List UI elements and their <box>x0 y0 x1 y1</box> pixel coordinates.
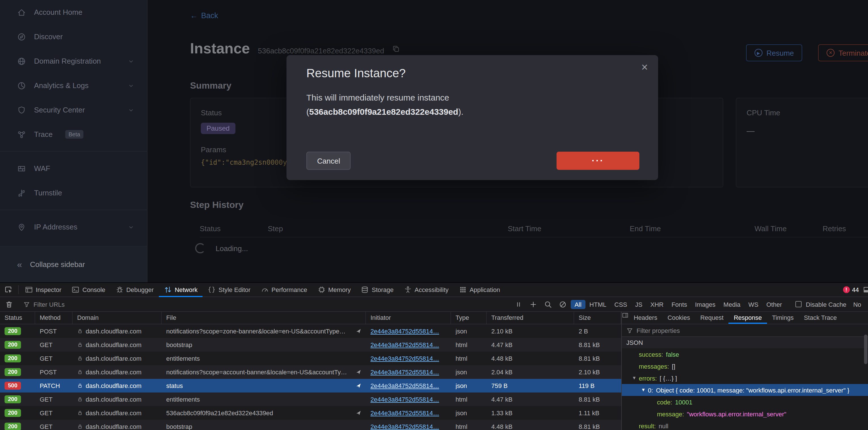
cancel-button[interactable]: Cancel <box>306 152 351 170</box>
tab-memory[interactable]: Memory <box>312 283 356 296</box>
sidebar-item-ip-addresses[interactable]: IP Addresses <box>0 215 147 239</box>
throttling-dropdown[interactable]: No <box>853 301 861 308</box>
column-header-file[interactable]: File <box>162 312 366 324</box>
filter-pill-ws[interactable]: WS <box>744 299 762 309</box>
network-request-row[interactable]: 200POSTdash.cloudflare.comnotifications?… <box>0 324 621 338</box>
copy-icon[interactable] <box>392 45 400 53</box>
filter-pill-all[interactable]: All <box>570 299 585 309</box>
tab-console[interactable]: Console <box>67 283 111 296</box>
json-node-messages[interactable]: messages:[] <box>622 360 868 372</box>
details-tab-request[interactable]: Request <box>695 312 729 324</box>
plus-icon[interactable] <box>526 298 540 310</box>
sidebar-item-waf[interactable]: WAF <box>0 156 147 181</box>
sidebar-item-turnstile[interactable]: Turnstile <box>0 181 147 205</box>
collapse-sidebar-button[interactable]: « Collapse sidebar <box>0 246 147 282</box>
filter-pill-css[interactable]: CSS <box>611 299 631 309</box>
network-icon <box>164 286 172 294</box>
tab-debugger[interactable]: Debugger <box>110 283 159 296</box>
network-request-row[interactable]: 200GETdash.cloudflare.com536acb8c09f0f9a… <box>0 406 621 420</box>
sidebar-item-trace[interactable]: TraceBeta <box>0 122 147 147</box>
tab-accessibility[interactable]: Accessibility <box>399 283 454 296</box>
terminate-button[interactable]: × Terminate <box>818 44 868 61</box>
initiator-link[interactable]: 2e44e3a84752d55814… <box>370 423 439 430</box>
details-tab-response[interactable]: Response <box>729 312 767 324</box>
sidebar-item-domain-registration[interactable]: Domain Registration <box>0 49 147 73</box>
search-icon[interactable] <box>541 298 555 310</box>
element-picker-icon[interactable] <box>0 283 17 296</box>
network-request-row[interactable]: 500PATCHdash.cloudflare.comstatus2e44e3a… <box>0 379 621 393</box>
details-tab-cookies[interactable]: Cookies <box>662 312 695 324</box>
tab-network[interactable]: Network <box>159 283 203 296</box>
dock-icon[interactable] <box>863 286 868 294</box>
initiator-link[interactable]: 2e44e3a84752d55814… <box>370 396 439 403</box>
request-size-cell: 2 B <box>574 328 621 335</box>
column-header-method[interactable]: Method <box>35 312 73 324</box>
close-icon[interactable]: × <box>641 61 648 74</box>
json-node-0[interactable]: ▼0:Object { code: 10001, message: "workf… <box>622 384 868 396</box>
request-domain-cell: dash.cloudflare.com <box>73 328 162 335</box>
network-request-row[interactable]: 200GETdash.cloudflare.combootstrap2e44e3… <box>0 420 621 430</box>
filter-pill-xhr[interactable]: XHR <box>647 299 668 309</box>
send-icon <box>356 410 361 416</box>
column-header-domain[interactable]: Domain <box>73 312 162 324</box>
column-header-status[interactable]: Status <box>0 312 35 324</box>
filter-urls-input[interactable]: Filter URLs <box>23 301 510 308</box>
pane-toggle-icon[interactable] <box>622 312 628 319</box>
json-node-message[interactable]: message:"workflows.api.error.internal_se… <box>622 408 868 420</box>
filter-pill-images[interactable]: Images <box>691 299 719 309</box>
tab-application[interactable]: Application <box>454 283 505 296</box>
play-icon: ▶ <box>754 49 763 57</box>
chevron-down-icon <box>128 224 134 230</box>
tab-performance[interactable]: Performance <box>255 283 312 296</box>
json-section-header[interactable]: JSON <box>622 337 868 348</box>
block-icon[interactable] <box>556 298 569 310</box>
tab-inspector[interactable]: Inspector <box>20 283 67 296</box>
confirm-resume-button[interactable]: ··· <box>557 152 639 170</box>
initiator-link[interactable]: 2e44e3a84752d55814… <box>370 369 439 375</box>
filter-pill-other[interactable]: Other <box>763 299 786 309</box>
initiator-link[interactable]: 2e44e3a84752d55814… <box>370 382 439 389</box>
request-type-cell: html <box>451 423 487 430</box>
status-badge: 200 <box>4 341 21 349</box>
pause-icon[interactable] <box>512 298 525 310</box>
column-header-transferred[interactable]: Transferred <box>487 312 574 324</box>
filter-pill-media[interactable]: Media <box>719 299 744 309</box>
tab-storage[interactable]: Storage <box>356 283 399 296</box>
sidebar-item-label: Account Home <box>34 8 83 17</box>
json-node-success[interactable]: success:false <box>622 348 868 360</box>
json-node-errors[interactable]: ▼errors:[ {…} ] <box>622 372 868 384</box>
details-tab-stack-trace[interactable]: Stack Trace <box>799 312 842 324</box>
column-header-size[interactable]: Size <box>574 312 621 324</box>
filter-pill-js[interactable]: JS <box>631 299 647 309</box>
sidebar-item-account-home[interactable]: Account Home <box>0 0 147 24</box>
json-node-result[interactable]: result:null <box>622 420 868 430</box>
network-request-row[interactable]: 200GETdash.cloudflare.combootstrap2e44e3… <box>0 338 621 352</box>
sidebar-item-security-center[interactable]: Security Center <box>0 98 147 122</box>
column-header-type[interactable]: Type <box>451 312 487 324</box>
scrollbar-thumb[interactable] <box>864 335 867 364</box>
column-header-initiator[interactable]: Initiator <box>366 312 451 324</box>
clear-requests-icon[interactable] <box>2 298 16 310</box>
filter-pill-html[interactable]: HTML <box>586 299 611 309</box>
network-request-row[interactable]: 200GETdash.cloudflare.comentitlements2e4… <box>0 352 621 365</box>
initiator-link[interactable]: 2e44e3a84752d55814… <box>370 409 439 417</box>
filter-properties-input[interactable]: Filter properties <box>622 324 868 337</box>
initiator-link[interactable]: 2e44e3a84752d55814… <box>370 328 439 335</box>
details-tab-headers[interactable]: Headers <box>628 312 662 324</box>
network-request-row[interactable]: 200GETdash.cloudflare.comentitlements2e4… <box>0 393 621 406</box>
details-tab-timings[interactable]: Timings <box>767 312 799 324</box>
initiator-link[interactable]: 2e44e3a84752d55814… <box>370 355 439 362</box>
back-link[interactable]: ← Back <box>190 11 218 20</box>
error-count-badge[interactable]: ! 44 <box>843 286 859 293</box>
initiator-link[interactable]: 2e44e3a84752d55814… <box>370 341 439 348</box>
resume-button[interactable]: ▶ Resume <box>746 44 803 61</box>
filter-pill-fonts[interactable]: Fonts <box>668 299 691 309</box>
sidebar-item-discover[interactable]: Discover <box>0 24 147 49</box>
sidebar-item-analytics-logs[interactable]: Analytics & Logs <box>0 73 147 98</box>
request-initiator-cell: 2e44e3a84752d55814… <box>366 423 451 430</box>
request-file-cell: entitlements <box>162 355 366 362</box>
json-node-code[interactable]: code:10001 <box>622 396 868 408</box>
network-request-row[interactable]: 200POSTdash.cloudflare.comnotifications?… <box>0 365 621 379</box>
disable-cache-checkbox[interactable] <box>796 301 802 307</box>
tab-style-editor[interactable]: Style Editor <box>203 283 256 296</box>
